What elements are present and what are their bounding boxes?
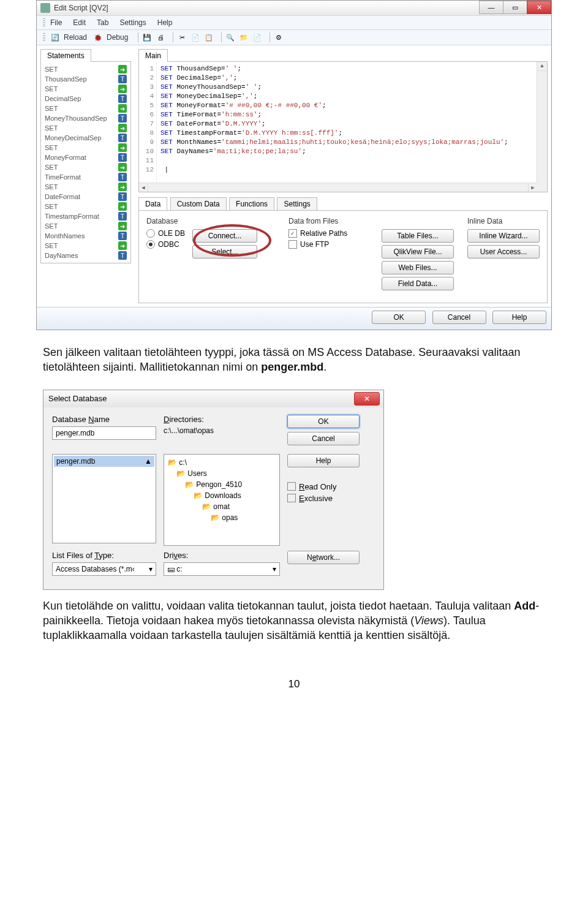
web-files-button[interactable]: Web Files... [382,261,454,274]
inline-wizard-button[interactable]: Inline Wizard... [467,229,540,243]
minimize-button[interactable]: — [479,1,503,14]
help-button[interactable]: Help [287,454,360,467]
paste-icon[interactable]: 📋 [204,32,214,42]
cancel-button[interactable]: Cancel [287,432,360,445]
statement-item[interactable]: SET➜ [42,143,129,153]
menu-tab[interactable]: Tab [97,18,108,27]
statement-item[interactable]: TimestampFormatT [42,211,129,221]
menubar: File Edit Tab Settings Help [37,15,551,30]
file-listbox[interactable]: penger.mdb▲ [52,454,156,543]
database-label: Database [146,217,275,225]
dialog-close-button[interactable]: ✕ [354,392,380,406]
radio-oledb[interactable]: OLE DB [146,229,185,238]
cut-icon[interactable]: ✂ [177,32,187,42]
menu-file[interactable]: File [50,18,62,27]
check-read-only[interactable]: Read Only [287,482,349,491]
titlebar: Edit Script [QV2] — ▭ ✕ [37,1,551,15]
statement-item[interactable]: MoneyThousandSepT [42,113,129,123]
drive-select[interactable]: 🖴 c:▾ [164,562,280,576]
dialog-titlebar: Select Database ✕ [43,390,383,407]
statements-list: SET➜ThousandSepTSET➜DecimalSepTSET➜Money… [40,61,131,263]
menu-settings[interactable]: Settings [119,18,146,27]
help-button[interactable]: Help [492,311,546,324]
statement-item[interactable]: SET➜ [42,162,129,172]
directory-path: c:\...\omat\opas [164,426,280,435]
select-database-dialog: Select Database ✕ Database Name penger.m… [43,390,384,590]
statement-item[interactable]: SET➜ [42,182,129,192]
debug-icon[interactable]: 🐞 [93,32,103,42]
statement-item[interactable]: SET➜ [42,84,129,94]
print-icon[interactable]: 🖨 [156,32,165,42]
select-button[interactable]: Select... [192,245,257,259]
list-files-type-label: List Files of Type: [52,551,156,560]
tab-custom-data[interactable]: Custom Data [170,197,227,210]
table-files-button[interactable]: Table Files... [382,229,454,243]
statement-item[interactable]: SET➜ [42,221,129,231]
check-exclusive[interactable]: Exclusive [287,494,349,503]
page-number: 10 [0,678,588,690]
chevron-down-icon: ▾ [273,565,276,573]
horizontal-scrollbar[interactable]: ◀ ▶ [139,183,537,192]
ok-button[interactable]: OK [372,311,426,324]
statement-item[interactable]: MonthNamesT [42,231,129,241]
field-data-button[interactable]: Field Data... [382,277,454,290]
statement-item[interactable]: MoneyFormatT [42,153,129,162]
network-button[interactable]: Network... [287,551,360,564]
directory-tree[interactable]: c:\UsersPengon_4510Downloadsomatopas [164,454,280,546]
directories-label: Directories: [164,415,280,424]
statement-item[interactable]: DecimalSepT [42,94,129,104]
statement-item[interactable]: SET➜ [42,241,129,251]
save-icon[interactable]: 💾 [142,32,152,42]
tab-settings[interactable]: Settings [277,197,317,210]
qlikview-file-button[interactable]: QlikView File... [382,245,454,259]
edit-script-window: Edit Script [QV2] — ▭ ✕ File Edit Tab Se… [36,0,552,330]
paragraph-2: Kun tietolähde on valittu, voidaan valit… [0,590,588,658]
check-relative-paths[interactable]: ✓Relative Paths [288,229,368,238]
statement-item[interactable]: SET➜ [42,64,129,74]
statement-item[interactable]: SET➜ [42,104,129,113]
check-use-ftp[interactable]: Use FTP [288,240,368,249]
database-name-field[interactable]: penger.mdb [52,426,156,440]
tool-icon[interactable]: ⚙ [274,32,284,42]
paragraph-1: Sen jälkeen valitaan tietolähteen tyyppi… [0,336,588,390]
vertical-scrollbar[interactable]: ▲ [537,62,547,192]
close-button[interactable]: ✕ [527,1,551,14]
reload-label[interactable]: Reload [64,33,87,42]
statement-item[interactable]: ThousandSepT [42,74,129,84]
main-tab[interactable]: Main [138,49,168,62]
tab-functions[interactable]: Functions [229,197,274,210]
statement-item[interactable]: DateFormatT [42,192,129,202]
statement-item[interactable]: TimeFormatT [42,172,129,182]
new-icon[interactable]: 📄 [252,32,262,42]
statement-item[interactable]: SET➜ [42,202,129,211]
menu-edit[interactable]: Edit [73,18,86,27]
cancel-button[interactable]: Cancel [432,311,486,324]
user-access-button[interactable]: User Access... [467,245,540,259]
connect-button[interactable]: Connect... [192,229,257,243]
statement-item[interactable]: SET➜ [42,123,129,133]
statements-tab[interactable]: Statements [40,49,91,62]
tab-data[interactable]: Data [138,197,167,210]
reload-icon[interactable]: 🔄 [50,32,60,42]
inline-data-label: Inline Data [467,217,540,225]
radio-odbc[interactable]: ODBC [146,240,185,249]
drives-label: Drives: [164,551,280,560]
app-icon [40,3,50,13]
database-name-label: Database Name [52,415,156,424]
maximize-button[interactable]: ▭ [503,1,527,14]
window-title: Edit Script [QV2] [54,4,108,12]
folder-icon[interactable]: 📁 [239,32,249,42]
debug-label[interactable]: Debug [107,33,128,42]
menu-help[interactable]: Help [157,18,173,27]
list-item: penger.mdb▲ [54,456,154,467]
search-icon[interactable]: 🔍 [225,32,235,42]
statement-item[interactable]: DayNamesT [42,251,129,260]
code-editor[interactable]: 123456789101112 SET ThousandSep=' ';SET … [138,61,548,192]
copy-icon[interactable]: 📄 [190,32,200,42]
ok-button[interactable]: OK [287,415,360,428]
data-from-files-label: Data from Files [288,217,368,225]
dialog-title: Select Database [48,394,107,403]
statement-item[interactable]: MoneyDecimalSepT [42,133,129,143]
chevron-down-icon: ▾ [149,565,153,573]
file-type-select[interactable]: Access Databases (*.m‹▾ [52,562,156,576]
